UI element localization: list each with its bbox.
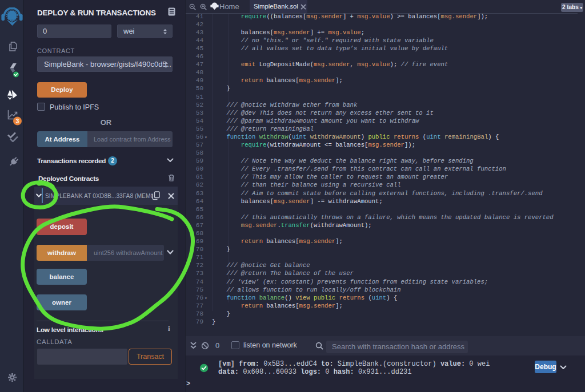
svg-text:3: 3 <box>16 118 19 124</box>
